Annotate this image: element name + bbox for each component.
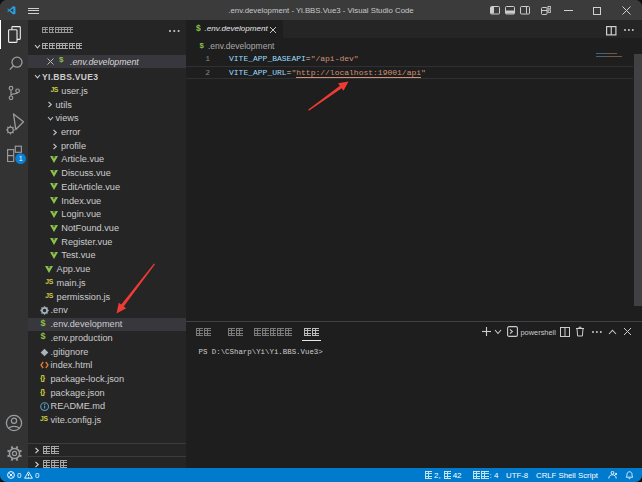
svg-text:1: 1 xyxy=(19,155,23,162)
